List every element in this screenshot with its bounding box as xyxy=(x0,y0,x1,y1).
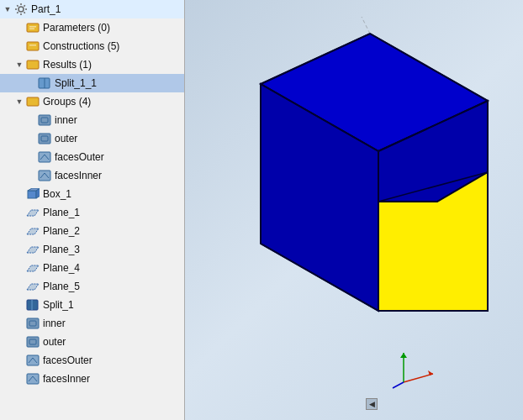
tree-item-inner2[interactable]: inner xyxy=(0,314,184,333)
tree-item-facesOuter[interactable]: facesOuter xyxy=(0,148,184,166)
svg-marker-50 xyxy=(400,353,407,358)
tree-item-facesOuter2[interactable]: facesOuter xyxy=(0,351,184,370)
collapse-panel-button[interactable]: ◀ xyxy=(366,398,378,410)
svg-rect-12 xyxy=(39,134,50,144)
label-outer: outer xyxy=(55,133,77,144)
tree-item-box1[interactable]: Box_1 xyxy=(0,185,184,203)
svg-rect-6 xyxy=(27,60,39,69)
tree-item-plane3[interactable]: Plane_3 xyxy=(0,240,184,259)
icon-facesInner2 xyxy=(25,372,40,386)
icon-plane4 xyxy=(25,261,40,275)
tree-item-plane1[interactable]: Plane_1 xyxy=(0,203,184,222)
icon-facesOuter2 xyxy=(25,354,40,367)
svg-line-46 xyxy=(362,17,370,34)
label-constructions: Constructions (5) xyxy=(43,40,119,52)
tree-item-facesInner[interactable]: facesInner xyxy=(0,166,184,185)
label-results: Results (1) xyxy=(43,59,92,71)
icon-split1 xyxy=(25,298,40,312)
svg-rect-26 xyxy=(27,318,39,328)
svg-line-47 xyxy=(404,374,433,382)
arrow-plane5 xyxy=(13,282,25,291)
svg-marker-22 xyxy=(27,265,39,271)
label-parameters: Parameters (0) xyxy=(43,22,110,34)
tree-item-split11[interactable]: Split_1_1 xyxy=(0,74,184,92)
svg-rect-31 xyxy=(27,374,39,384)
3d-viewport[interactable]: ◀ xyxy=(185,0,523,420)
icon-groups xyxy=(25,95,40,108)
arrow-outer2 xyxy=(13,338,25,346)
svg-rect-5 xyxy=(29,45,36,46)
svg-marker-19 xyxy=(27,210,39,216)
icon-split11 xyxy=(37,76,52,90)
arrow-groups: ▼ xyxy=(13,97,25,106)
arrow-facesOuter xyxy=(25,153,37,161)
icon-plane3 xyxy=(25,243,40,256)
label-plane1: Plane_1 xyxy=(43,207,80,218)
label-groups: Groups (4) xyxy=(43,96,91,108)
arrow-part1: ▼ xyxy=(2,5,13,13)
label-outer2: outer xyxy=(43,336,66,348)
arrow-plane4 xyxy=(13,264,25,272)
icon-outer2 xyxy=(25,335,40,349)
svg-rect-1 xyxy=(27,24,39,32)
feature-tree: ▼ Part_1 Parameters (0) Constructions (5… xyxy=(0,0,185,420)
icon-plane5 xyxy=(25,280,40,293)
label-facesOuter: facesOuter xyxy=(55,151,104,163)
tree-item-outer[interactable]: outer xyxy=(0,129,184,148)
arrow-split11 xyxy=(25,79,37,87)
svg-marker-21 xyxy=(27,247,39,253)
arrow-box1 xyxy=(13,190,25,198)
label-box1: Box_1 xyxy=(43,188,71,200)
arrow-plane1 xyxy=(13,208,25,217)
arrow-facesOuter2 xyxy=(13,356,25,365)
label-plane4: Plane_4 xyxy=(43,262,80,274)
arrow-inner xyxy=(25,116,37,124)
label-plane3: Plane_3 xyxy=(43,244,80,255)
tree-item-plane2[interactable]: Plane_2 xyxy=(0,222,184,240)
label-inner: inner xyxy=(55,114,77,126)
label-facesInner2: facesInner xyxy=(43,373,90,385)
arrow-plane3 xyxy=(13,245,25,254)
icon-outer xyxy=(37,132,52,145)
tree-item-constructions[interactable]: Constructions (5) xyxy=(0,37,184,55)
svg-rect-10 xyxy=(39,115,50,125)
arrow-outer xyxy=(25,134,37,143)
label-facesInner: facesInner xyxy=(55,170,102,181)
label-split1: Split_1 xyxy=(43,299,74,311)
icon-plane2 xyxy=(25,224,40,238)
svg-line-51 xyxy=(393,382,404,388)
icon-part1 xyxy=(13,3,29,16)
svg-rect-15 xyxy=(39,171,50,181)
axis-indicator xyxy=(391,344,441,395)
icon-box1 xyxy=(25,187,40,201)
arrow-constructions xyxy=(13,42,25,50)
svg-marker-23 xyxy=(27,284,39,290)
svg-point-0 xyxy=(18,7,24,12)
tree-item-results[interactable]: ▼ Results (1) xyxy=(0,55,184,74)
svg-rect-28 xyxy=(27,337,39,347)
tree-item-outer2[interactable]: outer xyxy=(0,333,184,351)
svg-rect-30 xyxy=(27,355,39,365)
arrow-parameters xyxy=(13,24,25,32)
arrow-inner2 xyxy=(13,319,25,328)
icon-parameters xyxy=(25,21,40,34)
tree-item-split1[interactable]: Split_1 xyxy=(0,296,184,314)
tree-item-inner[interactable]: inner xyxy=(0,111,184,129)
arrow-facesInner xyxy=(25,171,37,180)
tree-root-part1[interactable]: ▼ Part_1 xyxy=(0,0,184,18)
arrow-facesInner2 xyxy=(13,375,25,383)
arrow-plane2 xyxy=(13,227,25,235)
icon-inner2 xyxy=(25,317,40,330)
tree-item-plane4[interactable]: Plane_4 xyxy=(0,259,184,277)
tree-item-parameters[interactable]: Parameters (0) xyxy=(0,18,184,37)
tree-item-plane5[interactable]: Plane_5 xyxy=(0,277,184,296)
icon-facesInner xyxy=(37,169,52,182)
tree-item-facesInner2[interactable]: facesInner xyxy=(0,370,184,388)
icon-results xyxy=(25,58,40,71)
arrow-results: ▼ xyxy=(13,60,25,69)
svg-rect-2 xyxy=(29,26,36,28)
label-plane2: Plane_2 xyxy=(43,225,80,237)
svg-marker-20 xyxy=(27,228,39,234)
svg-rect-14 xyxy=(39,152,50,162)
tree-item-groups[interactable]: ▼ Groups (4) xyxy=(0,92,184,111)
